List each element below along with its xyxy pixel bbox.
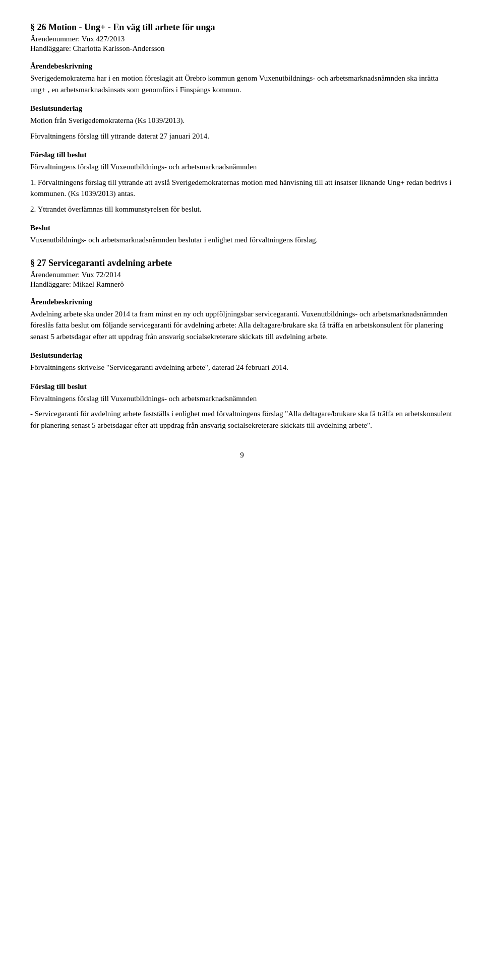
handlaggare-value-27: Mikael Ramnerö: [73, 280, 124, 288]
page-number: 9: [30, 451, 454, 460]
section-27-forslagtillbeslut-title: Förslag till beslut: [30, 382, 454, 391]
section-26-arendebeskrivning-text: Sverigedemokraterna har i en motion före…: [30, 73, 454, 95]
section-26-beslutsunderlag-text2: Förvaltningens förslag till yttrande dat…: [30, 130, 454, 142]
arendenummer-label-27: Ärendenummer:: [30, 271, 80, 279]
section-27-arendebeskrivning-title: Ärendebeskrivning: [30, 298, 454, 306]
section-27-arendebeskrivning-text: Avdelning arbete ska under 2014 ta fram …: [30, 308, 454, 343]
section-27-beslutsunderlag-title: Beslutsunderlag: [30, 351, 454, 360]
section-26-forslagtillbeslut-item1: 1. Förvaltningens förslag till yttrande …: [30, 177, 454, 200]
section-26-forslagtillbeslut-item2: 2. Yttrandet överlämnas till kommunstyre…: [30, 204, 454, 215]
section-27-forslagtillbeslut-intro: Förvaltningens förslag till Vuxenutbildn…: [30, 393, 454, 405]
section-27-handlaggare: Handläggare: Mikael Ramnerö: [30, 280, 454, 289]
section-26-title: § 26 Motion - Ung+ - En väg till arbete …: [30, 22, 454, 33]
section-27-beslutsunderlag-text: Förvaltningens skrivelse "Servicegaranti…: [30, 362, 454, 373]
section-27: § 27 Servicegaranti avdelning arbete Äre…: [30, 258, 454, 431]
section-26-handlaggare: Handläggare: Charlotta Karlsson-Andersso…: [30, 44, 454, 53]
handlaggare-value: Charlotta Karlsson-Andersson: [73, 44, 165, 52]
section-26-arendebeskrivning-title: Ärendebeskrivning: [30, 62, 454, 71]
arendenummer-value: Vux 427/2013: [82, 35, 125, 43]
handlaggare-label-27: Handläggare:: [30, 280, 71, 288]
arendenummer-value-27: Vux 72/2014: [82, 271, 121, 279]
arendenummer-label: Ärendenummer:: [30, 35, 80, 43]
handlaggare-label: Handläggare:: [30, 44, 71, 52]
section-26: § 26 Motion - Ung+ - En väg till arbete …: [30, 22, 454, 246]
section-26-arendenummer: Ärendenummer: Vux 427/2013: [30, 35, 454, 43]
section-26-beslut-text: Vuxenutbildnings- och arbetsmarknadsnämn…: [30, 234, 454, 246]
section-26-beslutsunderlag-title: Beslutsunderlag: [30, 104, 454, 113]
section-26-beslut-title: Beslut: [30, 224, 454, 232]
section-26-beslutsunderlag-text1: Motion från Sverigedemokraterna (Ks 1039…: [30, 115, 454, 126]
section-27-title: § 27 Servicegaranti avdelning arbete: [30, 258, 454, 269]
section-26-forslagtillbeslut-intro: Förvaltningens förslag till Vuxenutbildn…: [30, 161, 454, 173]
section-26-forslagtillbeslut-title: Förslag till beslut: [30, 151, 454, 159]
section-27-arendenummer: Ärendenummer: Vux 72/2014: [30, 271, 454, 279]
section-27-forslagtillbeslut-item: - Servicegaranti för avdelning arbete fa…: [30, 408, 454, 431]
